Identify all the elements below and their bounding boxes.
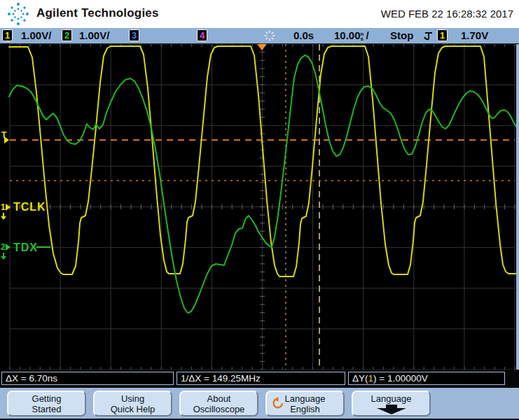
right-edge-strip [516,44,519,370]
channel-1-label: TCLK [13,201,46,214]
channel-2-scale: 1.00V/ [79,28,109,43]
softkey-bar: GettingStarted UsingQuick Help AboutOsci… [0,388,519,420]
waveform-plot [0,43,519,371]
language-cycle-icon [272,397,284,409]
trigger-edge-icon [423,30,433,41]
acquisition-status: Stop [390,28,413,43]
trigger-level: 1.70V [461,28,488,43]
channel-4-badge: 4 [197,29,207,41]
timebase-scale: 10.00ns/ [334,28,369,43]
channel-2-arrow-icon [6,244,11,251]
inverse-delta-x-readout: 1/ΔX = 149.25MHz [177,372,345,385]
oscilloscope-screen: Agilent Technologies WED FEB 22 16:28:32… [0,0,519,420]
measurement-row: ΔX = 6.70ns 1/ΔX = 149.25MHz ΔY(1) = 1.0… [0,370,519,389]
delta-y-readout: ΔY(1) = 1.00000V [348,372,505,385]
delta-x-readout: ΔX = 6.70ns [1,372,174,385]
softkey-language-english[interactable]: LanguageEnglish [265,391,345,416]
brightness-icon [264,30,275,41]
channel-2-label: TDX [13,241,38,254]
waveform-display: T 1 TCLK 2 TDX [0,43,519,371]
channel-1-badge: 1 [2,29,13,41]
softkey-using-quick-help[interactable]: UsingQuick Help [93,391,172,416]
agilent-logo-icon [4,1,32,27]
channel-2-badge: 2 [62,29,72,41]
trigger-source-badge: 1 [437,29,448,41]
channel-2-down-arrowhead-icon [1,256,6,260]
channel-1-down-arrowhead-icon [1,216,6,220]
softkey-getting-started[interactable]: GettingStarted [7,391,86,416]
channel-2-ground-dash [36,246,50,248]
channel-1-scale: 1.00V/ [21,28,51,43]
status-bar: 1 1.00V/ 2 1.00V/ 3 4 0.0s 10.00ns/ Stop… [0,28,519,43]
channel-3-badge: 3 [129,29,139,41]
channel-1-arrow-icon [6,204,11,211]
datetime-label: WED FEB 22 16:28:32 2017 [381,8,513,20]
brand-title: Agilent Technologies [36,6,159,20]
header: Agilent Technologies WED FEB 22 16:28:32… [0,0,519,28]
trigger-level-arrow-icon [4,136,9,144]
menu-down-arrow-icon [377,405,406,414]
softkey-about-oscilloscope[interactable]: AboutOscilloscope [179,391,258,416]
channel-2-ground-marker: 2 [1,243,6,251]
channel-1-ground-marker: 1 [1,203,6,211]
timebase-delay: 0.0s [293,28,314,43]
softkey-language-menu[interactable]: Language [352,391,431,416]
